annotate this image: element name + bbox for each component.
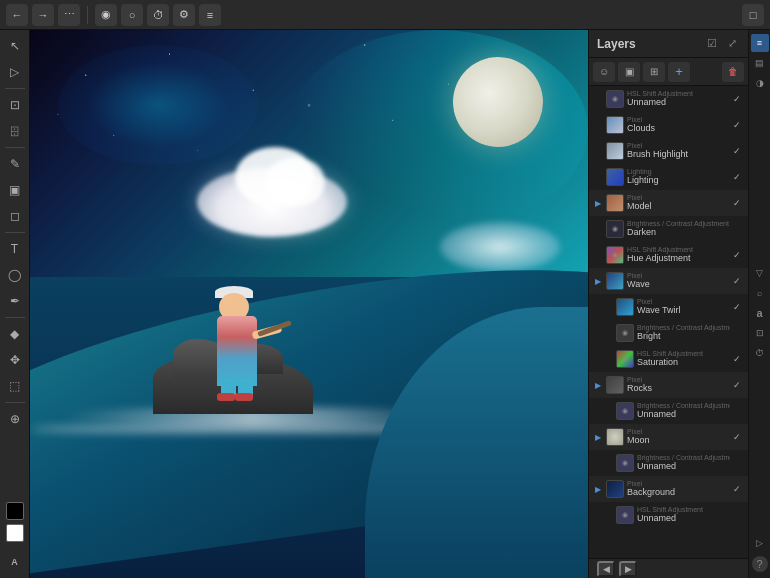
layer-vis-clouds[interactable]: ✓ bbox=[730, 120, 744, 130]
layer-thumb-wavetwirl bbox=[616, 298, 634, 316]
move-tool[interactable]: ↖ bbox=[3, 34, 27, 58]
layer-item-bright[interactable]: ◉ Brightness / Contrast Adjustment Brigh… bbox=[589, 320, 748, 346]
sidebar-layers-icon[interactable]: ≡ bbox=[751, 34, 769, 52]
layer-thumb-lighting bbox=[606, 168, 624, 186]
panel-next-button[interactable]: ▶ bbox=[619, 561, 637, 577]
layer-type-saturation: HSL Shift Adjustment bbox=[637, 350, 730, 357]
panel-expand-icon[interactable]: ⤢ bbox=[724, 36, 740, 52]
sidebar-clock-icon[interactable]: ⏱ bbox=[751, 344, 769, 362]
sidebar-channels-icon[interactable]: ▤ bbox=[751, 54, 769, 72]
sample-tool[interactable]: ✥ bbox=[3, 348, 27, 372]
layer-item-brush[interactable]: Pixel Brush Highlight ✓ bbox=[589, 138, 748, 164]
forward-button[interactable]: → bbox=[32, 4, 54, 26]
layer-item-unnamed-bg[interactable]: ◉ HSL Shift Adjustment Unnamed bbox=[589, 502, 748, 528]
crop-tool[interactable]: ⊡ bbox=[3, 93, 27, 117]
sidebar-filter-icon[interactable]: ▽ bbox=[751, 264, 769, 282]
layer-delete-button[interactable]: 🗑 bbox=[722, 62, 744, 82]
layer-type-unnamed2: Brightness / Contrast Adjustment bbox=[637, 402, 730, 409]
layer-vis-model[interactable]: ✓ bbox=[730, 198, 744, 208]
layer-info-lighting: Lighting Lighting bbox=[627, 168, 730, 186]
layer-vis-wavetwirl[interactable]: ✓ bbox=[730, 302, 744, 312]
layer-type-background: Pixel bbox=[627, 480, 730, 487]
layer-info-bright: Brightness / Contrast Adjustment Bright bbox=[637, 324, 730, 342]
text-tool[interactable]: T bbox=[3, 237, 27, 261]
layer-item-rocks[interactable]: ▶ Pixel Rocks ✓ bbox=[589, 372, 748, 398]
timer-button[interactable]: ⏱ bbox=[147, 4, 169, 26]
layer-add-button[interactable]: + bbox=[668, 62, 690, 82]
layer-vis-brush[interactable]: ✓ bbox=[730, 146, 744, 156]
view-button[interactable]: □ bbox=[742, 4, 764, 26]
canvas-area[interactable] bbox=[30, 30, 588, 578]
layer-info-unnamed-top: HSL Shift Adjustment Unnamed bbox=[627, 90, 730, 108]
settings-button[interactable]: ⚙ bbox=[173, 4, 195, 26]
paint-tool[interactable]: ✎ bbox=[3, 152, 27, 176]
layer-item-unnamed-top[interactable]: ◉ HSL Shift Adjustment Unnamed ✓ bbox=[589, 86, 748, 112]
layer-vis-background[interactable]: ✓ bbox=[730, 484, 744, 494]
sidebar-adjust-icon[interactable]: ◑ bbox=[751, 74, 769, 92]
sidebar-search-icon[interactable]: ⌕ bbox=[751, 284, 769, 302]
layer-vis-unnamed-top[interactable]: ✓ bbox=[730, 94, 744, 104]
layer-item-wavetwirl[interactable]: Pixel Wave Twirl ✓ bbox=[589, 294, 748, 320]
layer-add-pixel-button[interactable]: ▣ bbox=[618, 62, 640, 82]
layer-item-clouds[interactable]: Pixel Clouds ✓ bbox=[589, 112, 748, 138]
layer-vis-hue[interactable]: ✓ bbox=[730, 250, 744, 260]
layer-item-background[interactable]: ▶ Pixel Background ✓ bbox=[589, 476, 748, 502]
layer-item-lighting[interactable]: Lighting Lighting ✓ bbox=[589, 164, 748, 190]
layer-item-wave[interactable]: ▶ Pixel Wave ✓ bbox=[589, 268, 748, 294]
panel-header-icons: ☑ ⤢ bbox=[704, 36, 740, 52]
layer-item-darken[interactable]: ◉ Brightness / Contrast Adjustment Darke… bbox=[589, 216, 748, 242]
layer-vis-rocks[interactable]: ✓ bbox=[730, 380, 744, 390]
layers-panel: Layers ☑ ⤢ ☺ ▣ ⊞ + 🗑 ◉ HSL Sh bbox=[588, 30, 748, 578]
layer-vis-moon[interactable]: ✓ bbox=[730, 432, 744, 442]
text-label-tool[interactable]: A bbox=[3, 550, 27, 574]
pen-tool[interactable]: ✒ bbox=[3, 289, 27, 313]
layer-expand-model[interactable]: ▶ bbox=[593, 198, 603, 208]
layer-vis-wave[interactable]: ✓ bbox=[730, 276, 744, 286]
back-button[interactable]: ← bbox=[6, 4, 28, 26]
layer-thumb-moon bbox=[606, 428, 624, 446]
sidebar-text-style-icon[interactable]: a bbox=[751, 304, 769, 322]
panel-checkbox-icon[interactable]: ☑ bbox=[704, 36, 720, 52]
layer-add-adjustment-button[interactable]: ☺ bbox=[593, 62, 615, 82]
foreground-color[interactable] bbox=[6, 502, 24, 520]
layer-item-unnamed2[interactable]: ◉ Brightness / Contrast Adjustment Unnam… bbox=[589, 398, 748, 424]
menu-button[interactable]: ≡ bbox=[199, 4, 221, 26]
sidebar-question-icon[interactable]: ? bbox=[752, 556, 768, 572]
background-color[interactable] bbox=[6, 524, 24, 542]
selection-tool[interactable]: ⬚ bbox=[3, 374, 27, 398]
transform-tool[interactable]: ⌹ bbox=[3, 119, 27, 143]
layer-info-darken: Brightness / Contrast Adjustment Darken bbox=[627, 220, 730, 238]
layer-expand-rocks[interactable]: ▶ bbox=[593, 380, 603, 390]
layer-thumb-darken: ◉ bbox=[606, 220, 624, 238]
layer-item-saturation[interactable]: ◉ HSL Shift Adjustment Saturation ✓ bbox=[589, 346, 748, 372]
layer-thumb-brush bbox=[606, 142, 624, 160]
layer-vis-lighting[interactable]: ✓ bbox=[730, 172, 744, 182]
layer-item-hue[interactable]: ◉ HSL Shift Adjustment Hue Adjustment ✓ bbox=[589, 242, 748, 268]
erase-tool[interactable]: ◻ bbox=[3, 204, 27, 228]
layer-item-model[interactable]: ▶ Pixel Model ✓ bbox=[589, 190, 748, 216]
layer-thumb-hue: ◉ bbox=[606, 246, 624, 264]
layer-group-button[interactable]: ⊞ bbox=[643, 62, 665, 82]
zoom-tool[interactable]: ⊕ bbox=[3, 407, 27, 431]
layer-info-unnamed-moon: Brightness / Contrast Adjustment Unnamed bbox=[637, 454, 730, 472]
layer-expand-background[interactable]: ▶ bbox=[593, 484, 603, 494]
more-button[interactable]: ⋯ bbox=[58, 4, 80, 26]
layer-item-unnamed-moon[interactable]: ◉ Brightness / Contrast Adjustment Unnam… bbox=[589, 450, 748, 476]
sidebar-arrow-right-icon[interactable]: ▷ bbox=[751, 534, 769, 552]
layer-expand-wave[interactable]: ▶ bbox=[593, 276, 603, 286]
persona-button[interactable]: ◉ bbox=[95, 4, 117, 26]
pointer-tool[interactable]: ▷ bbox=[3, 60, 27, 84]
panel-title: Layers bbox=[597, 37, 636, 51]
node-tool[interactable]: ◆ bbox=[3, 322, 27, 346]
sidebar-camera-icon[interactable]: ⊡ bbox=[751, 324, 769, 342]
develop-button[interactable]: ○ bbox=[121, 4, 143, 26]
panel-prev-button[interactable]: ◀ bbox=[597, 561, 615, 577]
layer-name-model: Model bbox=[627, 201, 730, 212]
shape-tool[interactable]: ◯ bbox=[3, 263, 27, 287]
layer-info-wavetwirl: Pixel Wave Twirl bbox=[637, 298, 730, 316]
layer-item-moon[interactable]: ▶ Pixel Moon ✓ bbox=[589, 424, 748, 450]
fill-tool[interactable]: ▣ bbox=[3, 178, 27, 202]
layer-type-rocks: Pixel bbox=[627, 376, 730, 383]
layer-vis-saturation[interactable]: ✓ bbox=[730, 354, 744, 364]
layer-expand-moon[interactable]: ▶ bbox=[593, 432, 603, 442]
